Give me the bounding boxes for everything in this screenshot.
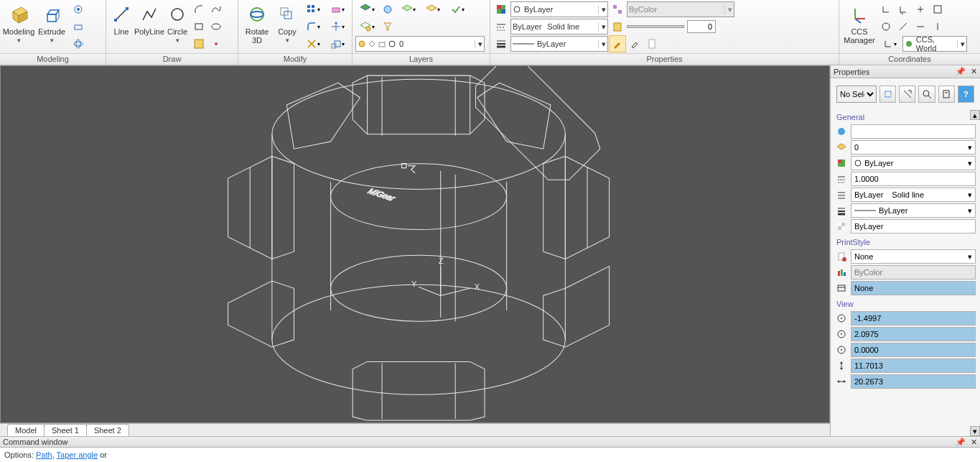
prop-paste-icon[interactable] (610, 19, 625, 34)
copy-button[interactable]: Copy ▾ (274, 1, 300, 52)
scroll-down-icon[interactable]: ▾ (970, 426, 980, 436)
modify-mini-move[interactable]: ▾ (326, 19, 349, 34)
view-z-icon (835, 343, 848, 356)
prop-doc-icon[interactable] (644, 36, 660, 52)
prop-vh[interactable]: 11.7013 (851, 359, 976, 373)
svg-line-77 (419, 287, 441, 295)
modify-mini-erase[interactable]: ▾ (326, 1, 349, 17)
box-3d-icon (7, 3, 30, 26)
svg-marker-30 (335, 22, 337, 24)
prop-color-icon[interactable] (493, 1, 509, 17)
prop-color[interactable]: ByLayer▾ (851, 156, 976, 170)
color-combo[interactable]: ByLayer ▾ (510, 1, 608, 17)
bycolor-combo[interactable]: ByColor ▾ (627, 1, 734, 17)
prop-ps1[interactable]: None▾ (851, 249, 976, 264)
ucs-mini-1[interactable] (878, 1, 894, 17)
ptool-select-icon[interactable] (879, 86, 896, 103)
ucs-named-button[interactable]: ▾ (878, 36, 901, 52)
layer-freeze-button[interactable] (380, 1, 396, 17)
pin-icon[interactable]: 📌 (956, 438, 966, 446)
draw-mini-arc[interactable] (191, 1, 207, 17)
layer-combo[interactable]: 0 ▾ (355, 36, 485, 52)
ptool-help-icon[interactable]: ? (958, 86, 974, 103)
linetype-combo[interactable]: ByLayer Solid line ▾ (510, 19, 608, 34)
rotate3d-button[interactable]: Rotate 3D (241, 1, 273, 52)
ucs-mini-7[interactable] (913, 19, 928, 34)
selection-combo[interactable]: No Sele (836, 86, 877, 103)
mini-tool-3[interactable] (70, 36, 86, 52)
layer-isolate-button[interactable]: ▾ (421, 1, 444, 17)
draw-mini-ellipse[interactable] (208, 19, 224, 34)
ucs-mini-2[interactable] (895, 1, 911, 17)
panel-title-coordinates: Coordinates (839, 53, 980, 65)
lineweight-combo[interactable]: ByLayer ▾ (510, 36, 608, 52)
prop-scale[interactable]: 1.0000 (851, 172, 976, 186)
scroll-up-icon[interactable]: ▴ (970, 110, 980, 120)
panel-coordinates: CCS Manager ▾ CCS, World (839, 0, 980, 65)
prop-vx[interactable]: -1.4997 (851, 311, 976, 325)
transparency-slider[interactable] (627, 20, 716, 33)
ucs-mini-8[interactable] (930, 19, 946, 34)
chevron-down-icon: ▾ (598, 22, 606, 32)
prop-ps3[interactable]: None (851, 281, 976, 295)
draw-mini-point[interactable] (208, 36, 224, 52)
model-gear: MiGear X Y Z (1, 66, 829, 422)
layer-filter-button[interactable] (380, 19, 396, 34)
copy-icon (276, 3, 299, 26)
command-input[interactable]: Options: Path, Taper angle or (0, 448, 980, 462)
prop-lineweight[interactable]: ByLayer▾ (851, 203, 976, 218)
modify-mini-scale[interactable]: ▾ (326, 36, 349, 52)
layer-state-button[interactable]: ▾ (397, 1, 420, 17)
transparency-value[interactable] (687, 20, 716, 33)
ucs-mini-6[interactable] (895, 19, 911, 34)
prop-vz[interactable]: 0.0000 (851, 343, 976, 357)
ccs-world-combo[interactable]: CCS, World ▾ (902, 36, 967, 52)
command-link-path[interactable]: Path (36, 451, 52, 459)
modify-mini-fillet[interactable]: ▾ (302, 19, 325, 34)
layer-properties-button[interactable]: ▾ (355, 19, 378, 34)
ucs-mini-5[interactable] (878, 19, 894, 34)
prop-vw[interactable]: 20.2673 (851, 374, 976, 389)
modify-mini-array[interactable]: ▾ (302, 1, 325, 17)
pin-icon[interactable]: 📌 (956, 67, 966, 75)
close-icon[interactable]: ✕ (971, 438, 977, 446)
draw-mini-hatch[interactable] (191, 36, 207, 52)
prop-brush-icon[interactable] (610, 36, 625, 52)
svg-point-65 (331, 255, 507, 321)
ptool-zoom-icon[interactable] (918, 86, 935, 103)
viewport[interactable]: MiGear X Y Z (0, 65, 830, 423)
prop-linetype[interactable]: ByLayerSolid line▾ (851, 188, 976, 202)
extrude-button[interactable]: Extrude ▾ (36, 1, 67, 52)
tab-model[interactable]: Model (7, 424, 45, 436)
ccs-manager-button[interactable]: CCS Manager (842, 1, 877, 52)
draw-mini-rect[interactable] (191, 19, 207, 34)
close-icon[interactable]: ✕ (971, 67, 977, 75)
ucs-mini-3[interactable] (913, 1, 928, 17)
svg-point-46 (514, 6, 520, 12)
command-link-taper[interactable]: Taper angle (57, 451, 98, 459)
circle-button[interactable]: Circle ▾ (165, 1, 190, 52)
layer-check-button[interactable]: ▾ (446, 1, 469, 17)
tab-sheet2[interactable]: Sheet 2 (86, 424, 129, 436)
prop-vy[interactable]: 2.0975 (851, 327, 976, 341)
ucs-mini-4[interactable] (930, 1, 946, 17)
svg-rect-28 (312, 9, 314, 12)
tab-sheet1[interactable]: Sheet 1 (44, 424, 87, 436)
prop-match-icon[interactable] (610, 1, 625, 17)
prop-eyedrop-icon[interactable] (627, 36, 643, 52)
mini-tool-1[interactable] (70, 1, 86, 17)
line-button[interactable]: Line (109, 1, 134, 52)
prop-layer[interactable]: 0▾ (851, 140, 976, 154)
prop-lineweight-icon[interactable] (493, 36, 509, 52)
polyline-button[interactable]: PolyLine (135, 1, 164, 52)
mini-tool-2[interactable] (70, 19, 86, 34)
ptool-calc-icon[interactable] (938, 86, 955, 103)
draw-mini-spline[interactable] (208, 1, 224, 17)
layer-manager-button[interactable]: ▾ (355, 1, 378, 17)
prop-hyperlink[interactable] (851, 124, 976, 139)
modeling-button[interactable]: Modeling ▾ (3, 1, 34, 52)
modify-mini-trim[interactable]: ▾ (302, 36, 325, 52)
prop-transparency[interactable]: ByLayer (851, 219, 976, 234)
prop-linetype-icon[interactable] (493, 19, 509, 34)
ptool-quick-icon[interactable] (899, 86, 915, 103)
